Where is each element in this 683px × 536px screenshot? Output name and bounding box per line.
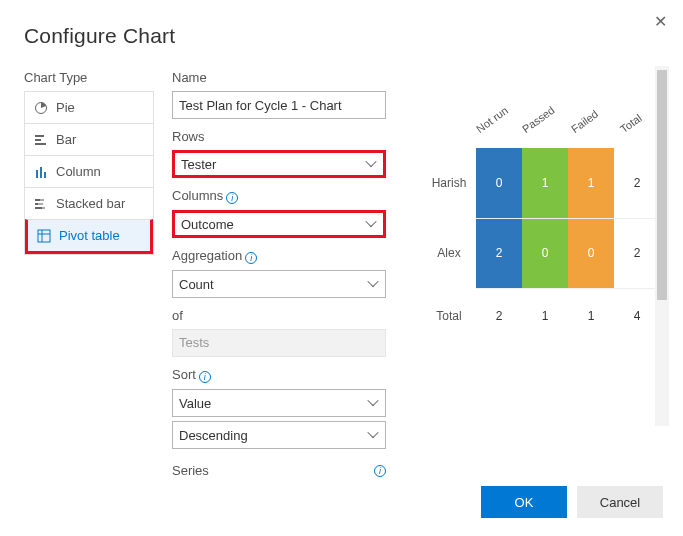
chart-type-list: Pie Bar Column xyxy=(24,91,154,255)
chart-type-column[interactable]: Column xyxy=(25,155,153,187)
chevron-down-icon xyxy=(367,159,377,169)
pie-icon xyxy=(34,101,48,115)
chart-type-stacked-bar[interactable]: Stacked bar xyxy=(25,187,153,219)
sort-dir-value: Descending xyxy=(179,428,248,443)
rows-value: Tester xyxy=(181,157,216,172)
cell: 4 xyxy=(614,288,660,344)
totals-label: Total xyxy=(430,288,476,344)
cell: 2 xyxy=(476,218,522,288)
col-header: Not run xyxy=(474,104,510,135)
chevron-down-icon xyxy=(369,398,379,408)
bar-icon xyxy=(34,133,48,147)
name-label: Name xyxy=(172,70,386,85)
cell: 1 xyxy=(568,148,614,218)
svg-rect-2 xyxy=(35,139,41,141)
aggregation-value: Count xyxy=(179,277,214,292)
chevron-down-icon xyxy=(369,430,379,440)
svg-rect-11 xyxy=(35,207,42,209)
col-header: Total xyxy=(618,112,644,135)
chevron-down-icon xyxy=(367,219,377,229)
chart-type-label: Pivot table xyxy=(59,228,120,243)
row-header: Alex xyxy=(430,218,476,288)
svg-rect-6 xyxy=(44,172,46,178)
columns-label: Columns xyxy=(172,188,386,204)
svg-rect-10 xyxy=(38,203,43,205)
svg-rect-9 xyxy=(35,203,38,205)
cell: 2 xyxy=(614,148,660,218)
chevron-down-icon xyxy=(369,279,379,289)
series-row: Series xyxy=(172,459,386,478)
chart-preview: Not run Passed Failed Total Harish 0 1 1… xyxy=(404,70,663,478)
col-header: Passed xyxy=(520,104,557,135)
rows-select[interactable]: Tester xyxy=(172,150,386,178)
chart-type-label: Pie xyxy=(56,100,75,115)
cell: 1 xyxy=(522,288,568,344)
chart-type-label: Column xyxy=(56,164,101,179)
chart-type-bar[interactable]: Bar xyxy=(25,123,153,155)
chart-type-pivot-table[interactable]: Pivot table xyxy=(25,219,153,254)
svg-rect-12 xyxy=(42,207,45,209)
column-icon xyxy=(34,165,48,179)
totals-row: Total 2 1 1 4 xyxy=(430,288,660,344)
info-icon[interactable] xyxy=(199,371,211,383)
cell: 0 xyxy=(568,218,614,288)
cell: 0 xyxy=(476,148,522,218)
info-icon[interactable] xyxy=(374,465,386,477)
chart-type-label: Chart Type xyxy=(24,70,154,85)
svg-rect-1 xyxy=(35,135,44,137)
chart-type-panel: Chart Type Pie Bar xyxy=(24,70,154,478)
cancel-button[interactable]: Cancel xyxy=(577,486,663,518)
scrollbar-thumb[interactable] xyxy=(657,70,667,300)
configure-chart-dialog: ✕ Configure Chart Chart Type Pie Bar xyxy=(0,0,683,498)
sort-label: Sort xyxy=(172,367,386,383)
aggregation-label: Aggregation xyxy=(172,248,386,264)
info-icon[interactable] xyxy=(226,192,238,204)
name-input[interactable] xyxy=(172,91,386,119)
dialog-title: Configure Chart xyxy=(24,24,663,48)
info-icon[interactable] xyxy=(245,252,257,264)
cell: 1 xyxy=(568,288,614,344)
chart-type-label: Stacked bar xyxy=(56,196,125,211)
svg-rect-13 xyxy=(38,230,50,242)
cell: 2 xyxy=(476,288,522,344)
chart-type-label: Bar xyxy=(56,132,76,147)
preview-scrollbar[interactable] xyxy=(655,66,669,426)
series-label: Series xyxy=(172,463,209,478)
cell: 1 xyxy=(522,148,568,218)
ok-button[interactable]: OK xyxy=(481,486,567,518)
of-label: of xyxy=(172,308,386,323)
sort-dir-select[interactable]: Descending xyxy=(172,421,386,449)
svg-rect-7 xyxy=(35,199,40,201)
stacked-bar-icon xyxy=(34,197,48,211)
sort-by-value: Value xyxy=(179,396,211,411)
pivot-table-preview: Not run Passed Failed Total Harish 0 1 1… xyxy=(430,90,660,344)
col-header: Failed xyxy=(569,108,600,135)
chart-config-form: Name Rows Tester Columns Outcome Aggrega… xyxy=(172,70,386,478)
svg-rect-4 xyxy=(36,170,38,178)
svg-rect-5 xyxy=(40,167,42,178)
svg-rect-3 xyxy=(35,143,46,145)
row-header: Harish xyxy=(430,148,476,218)
chart-type-pie[interactable]: Pie xyxy=(25,92,153,123)
svg-rect-8 xyxy=(40,199,44,201)
cell: 0 xyxy=(522,218,568,288)
columns-value: Outcome xyxy=(181,217,234,232)
table-row: Harish 0 1 1 2 xyxy=(430,148,660,218)
pivot-table-icon xyxy=(37,229,51,243)
columns-select[interactable]: Outcome xyxy=(172,210,386,238)
aggregation-select[interactable]: Count xyxy=(172,270,386,298)
table-row: Alex 2 0 0 2 xyxy=(430,218,660,288)
sort-by-select[interactable]: Value xyxy=(172,389,386,417)
of-value: Tests xyxy=(172,329,386,357)
rows-label: Rows xyxy=(172,129,386,144)
cell: 2 xyxy=(614,218,660,288)
close-icon[interactable]: ✕ xyxy=(654,12,667,31)
dialog-buttons: OK Cancel xyxy=(481,486,663,518)
